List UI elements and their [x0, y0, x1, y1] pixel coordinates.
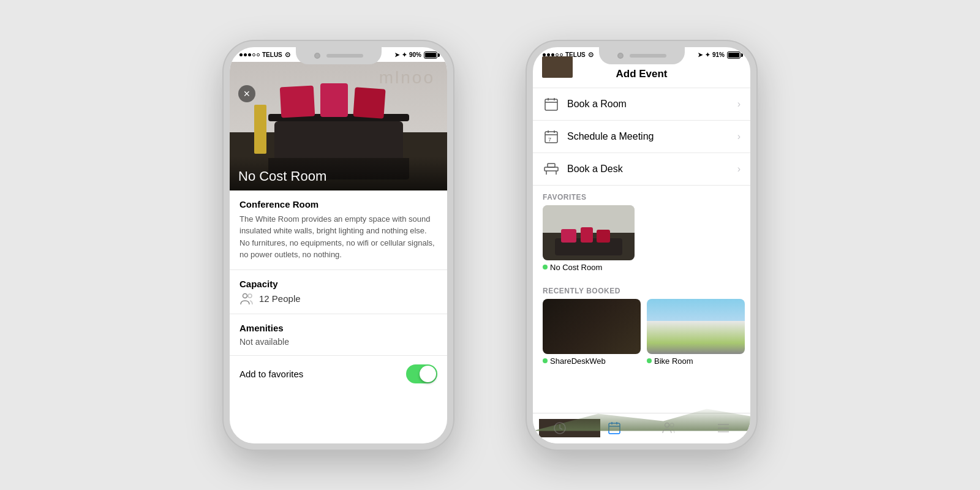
conference-room-section: Conference Room The White Room provides …: [230, 190, 447, 270]
phone1-content: TELUS ⊙ 10:32 AM ➤ ✦ 90%: [230, 47, 447, 443]
couch-seat: [274, 121, 403, 158]
phone1-top: [296, 47, 382, 64]
recent-sharedeskweb[interactable]: ShareDeskWeb: [543, 299, 641, 366]
fav-item-no-cost-room[interactable]: No Cost Room: [543, 205, 635, 272]
book-room-icon: [543, 96, 560, 113]
thumb-p2: [581, 227, 593, 243]
phone2-main: Add Event Book a Room ›: [533, 62, 750, 443]
bluetooth-status: ✦: [402, 51, 407, 58]
recent-name-1: ShareDeskWeb: [550, 356, 606, 366]
svg-rect-14: [548, 164, 555, 167]
people-icon: [239, 293, 254, 305]
svg-point-0: [243, 293, 247, 298]
dot4: [252, 53, 255, 56]
thumb-p1: [561, 229, 576, 243]
book-room-chevron: ›: [737, 99, 741, 110]
recent-bike-room[interactable]: Bike Room: [647, 299, 745, 366]
book-desk-chevron: ›: [737, 164, 741, 175]
dot2: [244, 53, 247, 56]
schedule-meeting-chevron: ›: [737, 131, 741, 142]
clock-icon: [552, 421, 567, 435]
battery-percent: 90%: [409, 51, 421, 58]
dot3: [248, 53, 251, 56]
pillow1: [279, 85, 315, 118]
thumb-sky-bg: [647, 299, 745, 354]
conference-room-title: Conference Room: [239, 199, 437, 209]
phone2-top: [599, 47, 685, 64]
favorites-toggle[interactable]: [406, 364, 437, 383]
recent-thumb-sharedeskweb: [543, 299, 641, 354]
recent-name-row-2: Bike Room: [647, 356, 745, 366]
wall-logo: mlnoo: [379, 68, 435, 88]
room-title: No Cost Room: [238, 168, 326, 184]
add-favorites-label: Add to favorites: [239, 369, 303, 379]
lamp-post: [254, 105, 266, 154]
svg-point-1: [248, 294, 252, 298]
book-room-label: Book a Room: [567, 99, 737, 110]
menu-icon: [716, 421, 731, 435]
svg-point-20: [665, 423, 669, 428]
phone2: TELUS ⊙ 10:32 AM ➤ ✦ 91% Add Event: [527, 41, 756, 450]
people-tab-icon: [662, 421, 676, 435]
amenities-section: Amenities Not available: [230, 314, 447, 356]
close-button[interactable]: ✕: [238, 85, 255, 102]
phone2-camera: [617, 53, 624, 59]
recent-thumb-bikeroom: [647, 299, 745, 354]
recent-dot-2: [647, 358, 652, 363]
svg-rect-2: [545, 99, 557, 110]
phone1-speaker: [326, 54, 363, 58]
thumb-couch: [555, 238, 622, 255]
fav-thumb-no-cost-room: [543, 205, 635, 260]
schedule-meeting-icon: 7: [543, 128, 560, 145]
signal-dots: [239, 53, 260, 56]
p2-status-right: ➤ ✦ 91%: [698, 51, 741, 59]
add-favorites-row: Add to favorites: [230, 356, 447, 392]
phone1-camera: [314, 53, 320, 59]
tab-menu[interactable]: [716, 421, 731, 435]
book-desk-label: Book a Desk: [567, 164, 737, 175]
book-room-item[interactable]: Book a Room ›: [533, 88, 750, 121]
tab-clock[interactable]: [552, 421, 567, 435]
svg-text:7: 7: [548, 137, 551, 143]
room-details: Conference Room The White Room provides …: [230, 190, 447, 443]
capacity-section: Capacity 12 People: [230, 270, 447, 314]
fav-name-row: No Cost Room: [543, 263, 635, 272]
p2-wifi-icon: ⊙: [588, 51, 594, 59]
phone2-speaker: [630, 54, 666, 58]
fav-status-dot: [543, 265, 548, 270]
thumb-desk-bg: [543, 299, 641, 354]
thumb-p3: [597, 230, 610, 243]
p2-location-icon: ➤: [698, 51, 703, 58]
wifi-icon: ⊙: [285, 51, 290, 59]
toggle-knob: [420, 366, 436, 382]
pillow2: [320, 83, 348, 117]
recent-dot-1: [543, 358, 548, 363]
svg-rect-11: [545, 167, 558, 171]
capacity-label: Capacity: [239, 279, 437, 289]
close-icon: ✕: [243, 89, 251, 99]
book-desk-item[interactable]: Book a Desk ›: [533, 153, 750, 186]
room-image-container: mlnoo: [230, 62, 447, 190]
room-title-overlay: No Cost Room: [230, 156, 447, 190]
svg-point-21: [670, 423, 674, 427]
book-desk-icon: [543, 160, 560, 178]
p2-battery-percent: 91%: [712, 51, 725, 58]
p2-battery-fill: [728, 53, 739, 58]
spacer: [533, 373, 750, 413]
schedule-meeting-label: Schedule a Meeting: [567, 131, 737, 142]
recently-booked-header: RECENTLY BOOKED: [533, 279, 750, 299]
phones-container: TELUS ⊙ 10:32 AM ➤ ✦ 90%: [224, 41, 756, 450]
phone1: TELUS ⊙ 10:32 AM ➤ ✦ 90%: [224, 41, 453, 450]
capacity-row: 12 People: [239, 293, 437, 305]
recent-name-row-1: ShareDeskWeb: [543, 356, 641, 366]
capacity-value: 12 People: [259, 293, 301, 304]
dot5: [257, 53, 260, 56]
add-event-title: Add Event: [616, 68, 667, 80]
schedule-meeting-item[interactable]: 7 Schedule a Meeting ›: [533, 121, 750, 153]
location-icon: ➤: [394, 51, 399, 58]
conference-room-desc: The White Room provides an empty space w…: [239, 213, 437, 261]
tab-people[interactable]: [662, 421, 676, 435]
carrier-label: TELUS: [262, 51, 282, 58]
recent-name-2: Bike Room: [654, 356, 693, 366]
dot1: [239, 53, 243, 56]
